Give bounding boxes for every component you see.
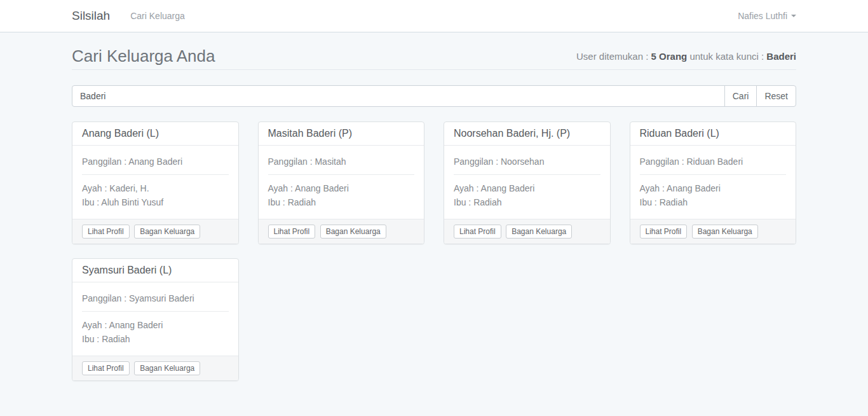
person-card: Syamsuri Baderi (L) Panggilan : Syamsuri…: [72, 258, 239, 381]
card-header: Riduan Baderi (L): [630, 122, 796, 146]
brand-silsilah[interactable]: Silsilah: [72, 9, 110, 23]
card-footer: Lihat Profil Bagan Keluarga: [259, 219, 424, 244]
main-content: Cari Keluarga Anda User ditemukan : 5 Or…: [62, 45, 806, 381]
family-chart-button[interactable]: Bagan Keluarga: [506, 225, 572, 239]
person-name: Anang Baderi (L): [82, 128, 159, 139]
card-body: Panggilan : Anang Baderi Ayah : Kaderi, …: [72, 146, 238, 219]
caret-down-icon: [791, 15, 796, 17]
person-mother: Ibu : Radiah: [82, 332, 229, 346]
person-name: Syamsuri Baderi (L): [82, 265, 172, 275]
person-mother: Ibu : Radiah: [268, 195, 415, 209]
person-father: Ayah : Anang Baderi: [454, 181, 600, 195]
person-name: Riduan Baderi (L): [640, 128, 719, 139]
person-card: Anang Baderi (L) Panggilan : Anang Bader…: [72, 121, 239, 244]
navbar: Silsilah Cari Keluarga Nafies Luthfi: [0, 0, 868, 32]
page-title: Cari Keluarga Anda: [72, 45, 215, 67]
person-father: Ayah : Anang Baderi: [640, 181, 787, 195]
person-nickname: Panggilan : Riduan Baderi: [640, 155, 787, 168]
card-header: Syamsuri Baderi (L): [72, 259, 238, 282]
summary-prefix: User ditemukan :: [576, 51, 648, 62]
summary-count: 5 Orang: [651, 51, 688, 62]
divider: [82, 311, 229, 312]
card-header: Masitah Baderi (P): [259, 122, 424, 146]
card-body: Panggilan : Riduan Baderi Ayah : Anang B…: [630, 146, 796, 219]
family-chart-button[interactable]: Bagan Keluarga: [134, 225, 200, 239]
divider: [268, 174, 415, 175]
person-card: Noorsehan Baderi, Hj. (P) Panggilan : No…: [444, 121, 611, 244]
person-father: Ayah : Anang Baderi: [268, 181, 415, 195]
card-footer: Lihat Profil Bagan Keluarga: [630, 219, 796, 244]
summary-middle: untuk kata kunci :: [689, 51, 764, 62]
divider: [640, 174, 787, 175]
user-name: Nafies Luthfi: [738, 11, 787, 21]
divider: [454, 174, 600, 175]
user-dropdown-toggle[interactable]: Nafies Luthfi: [738, 11, 796, 21]
person-father: Ayah : Kaderi, H.: [82, 181, 229, 195]
card-footer: Lihat Profil Bagan Keluarga: [444, 219, 610, 244]
person-mother: Ibu : Radiah: [454, 195, 600, 209]
card-header: Anang Baderi (L): [72, 122, 238, 146]
summary-keyword: Baderi: [766, 51, 796, 62]
view-profile-button[interactable]: Lihat Profil: [268, 225, 316, 239]
results-grid: Anang Baderi (L) Panggilan : Anang Bader…: [72, 121, 796, 381]
person-father: Ayah : Anang Baderi: [82, 318, 229, 332]
family-chart-button[interactable]: Bagan Keluarga: [134, 361, 200, 375]
person-nickname: Panggilan : Anang Baderi: [82, 155, 229, 168]
nav-link-cari-keluarga[interactable]: Cari Keluarga: [130, 11, 185, 21]
person-mother: Ibu : Radiah: [640, 195, 787, 209]
page-header: Cari Keluarga Anda User ditemukan : 5 Or…: [72, 45, 796, 70]
person-name: Masitah Baderi (P): [268, 128, 353, 139]
view-profile-button[interactable]: Lihat Profil: [82, 225, 130, 239]
family-chart-button[interactable]: Bagan Keluarga: [320, 225, 386, 239]
card-body: Panggilan : Syamsuri Baderi Ayah : Anang…: [72, 282, 238, 356]
view-profile-button[interactable]: Lihat Profil: [454, 225, 501, 239]
person-nickname: Panggilan : Syamsuri Baderi: [82, 292, 229, 305]
card-footer: Lihat Profil Bagan Keluarga: [72, 356, 238, 380]
person-nickname: Panggilan : Masitah: [268, 155, 415, 168]
search-submit-button[interactable]: Cari: [724, 85, 757, 107]
card-header: Noorsehan Baderi, Hj. (P): [444, 122, 610, 146]
person-card: Masitah Baderi (P) Panggilan : Masitah A…: [258, 121, 425, 244]
person-card: Riduan Baderi (L) Panggilan : Riduan Bad…: [630, 121, 797, 244]
search-form: Cari Reset: [72, 85, 796, 107]
view-profile-button[interactable]: Lihat Profil: [640, 225, 688, 239]
search-input[interactable]: [72, 85, 725, 107]
card-body: Panggilan : Masitah Ayah : Anang Baderi …: [259, 146, 424, 219]
divider: [82, 174, 229, 175]
person-nickname: Panggilan : Noorsehan: [454, 155, 600, 168]
view-profile-button[interactable]: Lihat Profil: [82, 361, 130, 375]
card-footer: Lihat Profil Bagan Keluarga: [72, 219, 238, 244]
card-body: Panggilan : Noorsehan Ayah : Anang Bader…: [444, 146, 610, 219]
search-result-summary: User ditemukan : 5 Orang untuk kata kunc…: [576, 51, 796, 62]
search-reset-button[interactable]: Reset: [756, 85, 796, 107]
person-name: Noorsehan Baderi, Hj. (P): [454, 128, 570, 139]
family-chart-button[interactable]: Bagan Keluarga: [692, 225, 758, 239]
person-mother: Ibu : Aluh Binti Yusuf: [82, 195, 229, 209]
